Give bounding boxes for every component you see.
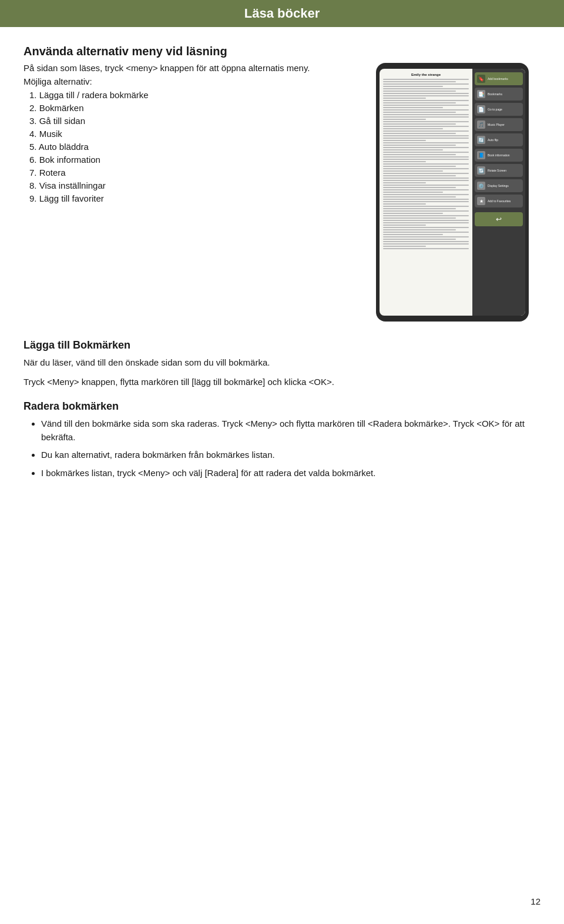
list-item-4: 4. Musik	[24, 129, 364, 139]
page-number: 12	[531, 896, 540, 906]
menu-item-8: ★ Add to Favourites	[475, 195, 523, 207]
add-bookmarks-icon: 🔖	[477, 75, 485, 83]
auto-flip-icon: 🔄	[477, 136, 485, 144]
menu-item-7: ⚙️ Display Settings	[475, 179, 523, 192]
music-player-icon: 🎵	[477, 120, 485, 129]
display-settings-icon: ⚙️	[477, 182, 485, 190]
device-screen: Emily the strange	[380, 69, 525, 316]
menu-item-label-8: Add to Favourites	[488, 199, 511, 203]
menu-item-5: 📘 Book information	[475, 149, 523, 162]
menu-item-label-2: Go to page	[488, 108, 502, 111]
back-button[interactable]: ↩	[475, 212, 523, 226]
menu-item-4: 🔄 Auto flip	[475, 133, 523, 146]
section2-text2: Tryck <Meny> knappen, flytta markören ti…	[24, 376, 540, 389]
device-wrapper: Emily the strange	[376, 63, 529, 322]
add-to-favourites-icon: ★	[477, 197, 485, 205]
go-to-page-icon: 📄	[477, 105, 485, 113]
list-item-9: 9. Lägg till favoriter	[24, 193, 364, 203]
bullet-item-2: I bokmärkes listan, tryck <Meny> och väl…	[41, 467, 540, 480]
list-item-3: 3. Gå till sidan	[24, 116, 364, 126]
menu-item-3: 🎵 Music Player	[475, 118, 523, 131]
menu-item-label-5: Book information	[488, 153, 510, 157]
list-item-1: 1. Lägga till / radera bokmärke	[24, 90, 364, 100]
menu-item-label-1: Bookmarks	[488, 92, 502, 96]
menu-item-2: 📄 Go to page	[475, 103, 523, 116]
menu-item-label-7: Display Settings	[488, 184, 509, 188]
menu-item-6: 🔃 Rotate Screen	[475, 164, 523, 177]
section3-heading: Radera bokmärken	[24, 400, 540, 413]
book-title: Emily the strange	[383, 72, 469, 77]
header-title: Läsa böcker	[12, 6, 552, 21]
device-column: Emily the strange	[376, 63, 540, 322]
book-text-area: Emily the strange	[380, 69, 472, 316]
section2-text1: När du läser, vänd till den önskade sida…	[24, 356, 540, 370]
menu-item-1: 📑 Bookmarks	[475, 88, 523, 101]
intro-text: På sidan som läses, tryck <meny> knappen…	[24, 63, 364, 73]
possible-label: Möjliga alternativ:	[24, 76, 364, 86]
main-content: Använda alternativ meny vid läsning På s…	[0, 27, 564, 533]
bullet-item-1: Du kan alternativt, radera bokmärken frå…	[41, 448, 540, 462]
bullet-item-0: Vänd till den bokmärke sida som ska rade…	[41, 417, 540, 444]
menu-item-label-0: Add bookmarks	[488, 77, 508, 81]
section3-bullet-list: Vänd till den bokmärke sida som ska rade…	[41, 417, 540, 480]
list-item-6: 6. Bok information	[24, 155, 364, 165]
section2-heading: Lägga till Bokmärken	[24, 339, 540, 351]
two-column-layout: På sidan som läses, tryck <meny> knappen…	[24, 63, 540, 322]
list-item-2: 2. Bokmärken	[24, 103, 364, 113]
list-column: På sidan som läses, tryck <meny> knappen…	[24, 63, 364, 322]
book-information-icon: 📘	[477, 151, 485, 159]
menu-item-label-3: Music Player	[488, 123, 505, 126]
bookmarks-icon: 📑	[477, 90, 485, 98]
rotate-screen-icon: 🔃	[477, 166, 485, 175]
menu-item-label-4: Auto flip	[488, 138, 498, 142]
device-menu: 🔖 Add bookmarks 📑 Bookmarks 📄 Go to page	[472, 69, 525, 316]
section1-title: Använda alternativ meny vid läsning	[24, 45, 540, 58]
list-item-8: 8. Visa inställningar	[24, 180, 364, 190]
list-item-5: 5. Auto bläddra	[24, 142, 364, 152]
header-bar: Läsa böcker	[0, 0, 564, 27]
menu-list: 1. Lägga till / radera bokmärke 2. Bokmä…	[24, 90, 364, 203]
menu-item-label-6: Rotate Screen	[488, 169, 506, 172]
list-item-7: 7. Rotera	[24, 168, 364, 178]
menu-item-0: 🔖 Add bookmarks	[475, 72, 523, 85]
